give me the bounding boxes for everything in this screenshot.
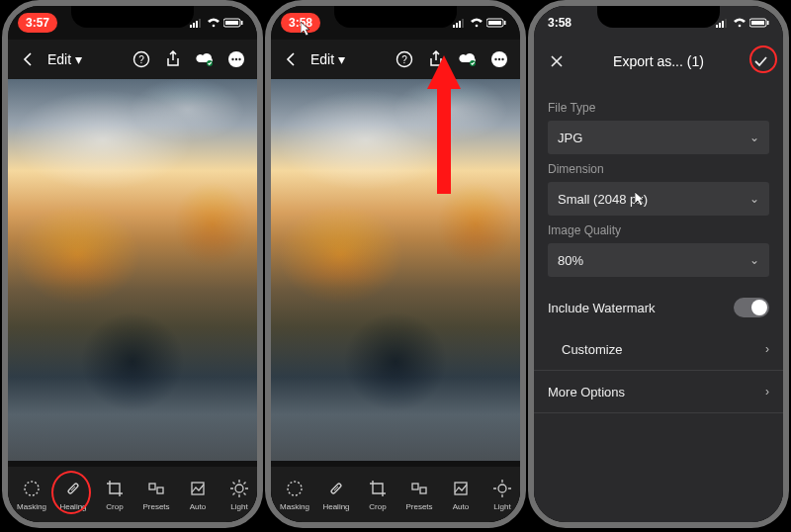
tool-healing[interactable]: Healing bbox=[53, 478, 93, 511]
auto-icon bbox=[450, 478, 472, 499]
more-options-label: More Options bbox=[548, 385, 625, 399]
tool-auto[interactable]: Auto bbox=[441, 478, 481, 511]
svg-rect-18 bbox=[149, 484, 155, 489]
tool-label: Masking bbox=[280, 502, 309, 511]
healing-icon bbox=[62, 478, 84, 499]
svg-rect-59 bbox=[719, 23, 721, 28]
tool-label: Crop bbox=[369, 502, 386, 511]
chevron-down-icon: ⌄ bbox=[749, 131, 759, 144]
tool-light[interactable]: Light bbox=[483, 478, 520, 511]
quality-value: 80% bbox=[558, 253, 583, 268]
bottom-toolbar: Masking Healing Crop Presets Auto Light … bbox=[271, 467, 520, 522]
dimension-value: Small (2048 px) bbox=[558, 192, 648, 207]
back-icon[interactable] bbox=[279, 46, 305, 72]
watermark-toggle[interactable] bbox=[734, 298, 769, 317]
tool-auto[interactable]: Auto bbox=[178, 478, 218, 511]
cloud-sync-icon[interactable] bbox=[192, 46, 218, 72]
share-icon[interactable] bbox=[160, 46, 186, 72]
help-icon[interactable]: ? bbox=[129, 46, 154, 72]
confirm-check-icon[interactable] bbox=[747, 48, 773, 74]
svg-rect-31 bbox=[456, 23, 458, 28]
quality-select[interactable]: 80%⌄ bbox=[548, 243, 769, 277]
status-icons bbox=[453, 18, 506, 28]
chevron-right-icon: › bbox=[765, 385, 769, 399]
tool-label: Healing bbox=[59, 502, 86, 511]
status-icons bbox=[716, 18, 769, 28]
chevron-down-icon: ⌄ bbox=[749, 192, 759, 206]
svg-rect-61 bbox=[725, 19, 727, 28]
svg-rect-49 bbox=[420, 488, 426, 493]
customize-row[interactable]: Customize › bbox=[548, 328, 769, 370]
file-type-value: JPG bbox=[558, 131, 582, 145]
photo-canvas[interactable] bbox=[271, 79, 520, 461]
svg-rect-20 bbox=[192, 483, 204, 494]
masking-icon bbox=[284, 478, 306, 499]
edit-dropdown[interactable]: Edit▾ bbox=[47, 51, 82, 67]
status-icons bbox=[190, 18, 243, 28]
svg-rect-30 bbox=[453, 25, 455, 28]
svg-point-21 bbox=[235, 485, 243, 492]
svg-rect-2 bbox=[196, 21, 198, 28]
edit-dropdown[interactable]: Edit▾ bbox=[310, 51, 345, 67]
svg-text:?: ? bbox=[401, 54, 407, 65]
svg-rect-19 bbox=[157, 488, 163, 493]
tool-healing[interactable]: Healing bbox=[316, 478, 356, 511]
time: 3:58 bbox=[544, 13, 575, 33]
tool-crop[interactable]: Crop bbox=[358, 478, 397, 511]
more-options-row[interactable]: More Options › bbox=[548, 371, 769, 412]
photo-canvas[interactable] bbox=[8, 79, 257, 461]
presets-icon bbox=[145, 478, 167, 499]
chevron-down-icon: ⌄ bbox=[749, 253, 759, 267]
quality-label: Image Quality bbox=[548, 223, 769, 237]
tool-masking[interactable]: Masking bbox=[275, 478, 314, 511]
auto-icon bbox=[187, 478, 209, 499]
more-icon[interactable] bbox=[486, 46, 512, 72]
dimension-label: Dimension bbox=[548, 162, 769, 176]
svg-rect-3 bbox=[199, 19, 201, 28]
svg-point-45 bbox=[288, 482, 302, 495]
divider bbox=[534, 412, 783, 413]
svg-point-15 bbox=[25, 482, 39, 495]
svg-rect-64 bbox=[751, 21, 764, 25]
tool-label: Presets bbox=[405, 502, 432, 511]
svg-point-44 bbox=[501, 58, 503, 60]
export-title: Export as... (1) bbox=[570, 53, 747, 69]
more-icon[interactable] bbox=[223, 46, 249, 72]
svg-rect-65 bbox=[767, 21, 769, 25]
tool-label: Auto bbox=[453, 502, 469, 511]
phone-screenshot-1: 3:57 Edit▾ ? Masking Healing Crop Preset… bbox=[2, 0, 263, 528]
svg-rect-6 bbox=[225, 21, 238, 25]
phone-screenshot-3: 3:58 Export as... (1) File Type JPG⌄ Dim… bbox=[528, 0, 789, 528]
tool-presets[interactable]: Presets bbox=[136, 478, 176, 511]
svg-point-13 bbox=[235, 58, 237, 60]
tool-masking[interactable]: Masking bbox=[12, 478, 51, 511]
chevron-right-icon: › bbox=[765, 342, 769, 356]
notch bbox=[597, 6, 720, 28]
svg-point-4 bbox=[213, 25, 216, 28]
share-icon[interactable] bbox=[423, 46, 449, 72]
tool-label: Auto bbox=[190, 502, 206, 511]
crop-icon bbox=[367, 478, 389, 499]
back-icon[interactable] bbox=[16, 46, 42, 72]
file-type-select[interactable]: JPG⌄ bbox=[548, 121, 769, 154]
tool-light[interactable]: Light bbox=[220, 478, 257, 511]
svg-rect-37 bbox=[504, 21, 506, 25]
help-icon[interactable]: ? bbox=[392, 46, 417, 72]
cloud-sync-icon[interactable] bbox=[455, 46, 481, 72]
bottom-toolbar: Masking Healing Crop Presets Auto Light bbox=[8, 467, 257, 522]
svg-point-34 bbox=[476, 25, 479, 28]
tool-crop[interactable]: Crop bbox=[95, 478, 134, 511]
tool-presets[interactable]: Presets bbox=[399, 478, 439, 511]
dimension-select[interactable]: Small (2048 px)⌄ bbox=[548, 182, 769, 216]
svg-line-28 bbox=[233, 493, 235, 495]
export-panel: File Type JPG⌄ Dimension Small (2048 px)… bbox=[534, 83, 783, 522]
light-icon bbox=[228, 478, 250, 499]
svg-line-27 bbox=[244, 493, 246, 495]
tool-label: Light bbox=[230, 502, 247, 511]
tool-label: Presets bbox=[142, 502, 169, 511]
close-icon[interactable] bbox=[544, 48, 570, 74]
tool-label: Healing bbox=[322, 502, 349, 511]
healing-icon bbox=[325, 478, 347, 499]
svg-rect-48 bbox=[412, 484, 418, 489]
svg-text:?: ? bbox=[138, 54, 144, 65]
